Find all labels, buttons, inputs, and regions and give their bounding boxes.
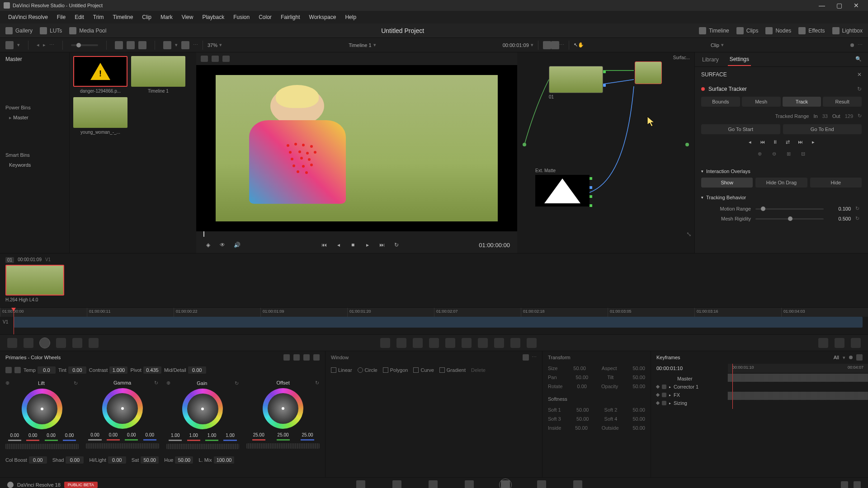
kf-master[interactable]: Master: [656, 375, 722, 383]
maximize-button[interactable]: ▢: [831, 1, 847, 10]
menu-fusion[interactable]: Fusion: [229, 12, 254, 22]
home-icon[interactable]: [841, 481, 848, 488]
prev-frame-button[interactable]: ◂: [334, 240, 343, 249]
keyframe-mode-icon[interactable]: [818, 338, 828, 348]
rgb-mixer-icon[interactable]: [72, 338, 82, 348]
menu-fairlight[interactable]: Fairlight: [276, 12, 305, 22]
menu-color[interactable]: Color: [254, 12, 276, 22]
resize-handle[interactable]: ⤡: [686, 230, 692, 238]
fairlight-page-icon[interactable]: [537, 480, 546, 488]
sizing-icon[interactable]: [510, 338, 520, 348]
node-editor[interactable]: Surfac... 01 Ext. Matte: [517, 52, 694, 253]
wheels-icon[interactable]: [40, 338, 50, 348]
magic-mask-icon[interactable]: [462, 338, 472, 348]
loop-button[interactable]: ↻: [392, 240, 401, 249]
pointer-icon[interactable]: ↖: [574, 42, 578, 48]
reset-icon[interactable]: ↻: [234, 380, 239, 386]
slider[interactable]: [71, 44, 98, 46]
view-list-icon[interactable]: [138, 41, 146, 49]
expand-icon[interactable]: [856, 354, 863, 361]
menu-help[interactable]: Help: [340, 12, 361, 22]
wheel-mode-3-icon[interactable]: [303, 354, 310, 361]
wheel-mode-1-icon[interactable]: [283, 354, 290, 361]
hilight-value[interactable]: 0.00: [108, 456, 126, 464]
linear-shape[interactable]: Linear: [331, 367, 352, 373]
motion-icon[interactable]: [89, 338, 99, 348]
kf-sizing[interactable]: ▸Sizing: [656, 399, 722, 407]
library-tab[interactable]: Library: [700, 54, 721, 66]
offset-jog[interactable]: [246, 443, 320, 449]
kf-fx[interactable]: ▸FX: [656, 391, 722, 399]
reset-icon[interactable]: ↻: [154, 380, 159, 385]
menu-clip[interactable]: Clip: [137, 12, 156, 22]
media-clip-danger[interactable]: ! danger-1294866.p...: [73, 56, 127, 94]
stop-button[interactable]: ■: [349, 240, 358, 249]
output-dot[interactable]: [685, 143, 689, 146]
reset-icon[interactable]: ↻: [857, 86, 862, 92]
mini-timeline[interactable]: 01:00:00:00 01:00:00:11 01:00:00:22 01:0…: [0, 307, 868, 334]
cut-page-icon[interactable]: [392, 480, 401, 488]
gain-jog[interactable]: [166, 444, 240, 449]
highlight-icon[interactable]: [201, 56, 208, 62]
md-value[interactable]: 0.00: [188, 366, 206, 374]
fusion-page-icon[interactable]: [465, 480, 474, 488]
track-forward-one-button[interactable]: ▸: [809, 138, 817, 146]
tracking-behavior-section[interactable]: ▾Tracking Behavior: [695, 191, 868, 204]
eye-icon[interactable]: 👁: [218, 240, 227, 249]
lift-jog[interactable]: [5, 444, 79, 449]
hide-on-drag-button[interactable]: Hide On Drag: [755, 178, 807, 188]
mesh-pill[interactable]: Mesh: [742, 97, 781, 107]
clip-dropdown[interactable]: Clip: [711, 42, 719, 48]
tint-value[interactable]: 0.00: [68, 366, 86, 374]
circle-shape[interactable]: Circle: [358, 367, 377, 373]
search-icon[interactable]: [163, 41, 171, 49]
goto-end-button[interactable]: Go To End: [783, 124, 862, 134]
menu-edit[interactable]: Edit: [70, 12, 89, 22]
track-refresh-button[interactable]: ⇄: [784, 138, 792, 146]
scopes-icon[interactable]: [835, 338, 844, 348]
view-grid-icon[interactable]: [127, 41, 135, 49]
hue-value[interactable]: 50.00: [175, 456, 193, 464]
remove-point-icon[interactable]: ⊖: [770, 150, 778, 158]
ext-matte-node[interactable]: Ext. Matte: [535, 168, 590, 206]
luts-button[interactable]: LUTs: [40, 27, 62, 34]
hdr-icon[interactable]: [56, 338, 66, 348]
smart-bins-keywords[interactable]: Keywords: [0, 160, 69, 169]
playhead[interactable]: [14, 308, 14, 334]
offset-wheel[interactable]: [263, 388, 303, 429]
timeline-clip[interactable]: [14, 317, 863, 328]
power-bins-master[interactable]: ▸ Master: [0, 113, 69, 122]
master-bin[interactable]: Master: [0, 52, 69, 66]
close-button[interactable]: ✕: [848, 1, 864, 10]
mute-icon[interactable]: 🔊: [232, 240, 241, 249]
reset-icon[interactable]: ↻: [73, 380, 79, 386]
minimize-button[interactable]: —: [814, 1, 830, 10]
hide-button[interactable]: Hide: [810, 178, 862, 188]
expand-icon[interactable]: [313, 354, 320, 361]
strip-clip[interactable]: 01 00:00:01:09 V1 H.264 High L4.0: [5, 257, 64, 302]
last-frame-button[interactable]: ⏭: [377, 240, 387, 249]
nodes-button[interactable]: Nodes: [765, 27, 791, 34]
mesh-rigidity-slider[interactable]: [755, 218, 824, 220]
gradient-shape[interactable]: Gradient: [439, 367, 466, 373]
kf-corrector[interactable]: ▸Corrector 1: [656, 383, 722, 391]
viewer-timecode[interactable]: 00:00:01:09: [503, 42, 529, 48]
settings-icon[interactable]: [854, 481, 861, 488]
picker-icon[interactable]: ⊕: [5, 380, 9, 386]
bypass-icon[interactable]: [543, 41, 551, 49]
blur-icon[interactable]: [478, 338, 488, 348]
show-button[interactable]: Show: [701, 178, 753, 188]
shad-value[interactable]: 0.00: [66, 456, 84, 464]
timeline-name[interactable]: Timeline 1: [349, 42, 371, 48]
keyframes-all-dropdown[interactable]: All: [834, 355, 839, 360]
lmix-value[interactable]: 100.00: [214, 456, 235, 464]
clips-button[interactable]: Clips: [736, 27, 759, 34]
warper-icon[interactable]: [396, 338, 406, 348]
media-pool-button[interactable]: Media Pool: [69, 27, 106, 34]
menu-davinci[interactable]: DaVinci Resolve: [4, 12, 52, 22]
pivot-value[interactable]: 0.435: [143, 366, 161, 374]
split-icon[interactable]: [212, 56, 219, 62]
info-icon[interactable]: [851, 338, 861, 348]
bounds-pill[interactable]: Bounds: [701, 97, 740, 107]
media-clip-timeline[interactable]: Timeline 1: [131, 56, 185, 94]
